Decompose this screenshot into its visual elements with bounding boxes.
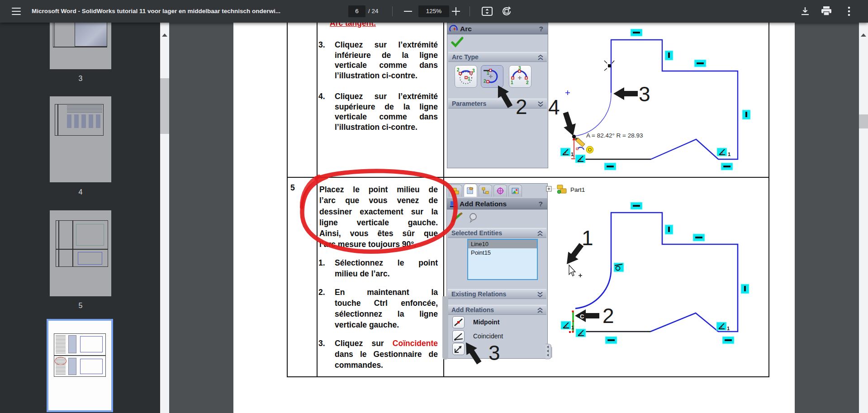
- step-line: inférieure de la ligne: [335, 50, 438, 61]
- step-line: verticale gauche.: [335, 319, 438, 330]
- toolbar-divider: [470, 6, 470, 16]
- angle-constraint-icon: [716, 322, 726, 330]
- annotation-number-1: 1: [582, 226, 593, 250]
- horizontal-constraint-icon: [631, 202, 642, 209]
- horizontal-constraint-icon: [694, 60, 706, 67]
- annotation-arrow-3: [460, 339, 484, 366]
- table-border: [768, 23, 769, 377]
- zoom-out-button[interactable]: [404, 11, 412, 12]
- step-text-red: Coïncidente: [393, 339, 438, 348]
- horizontal-constraint-icon: [605, 337, 617, 344]
- angle-constraint-icon: [576, 329, 586, 337]
- document-title: Microsoft Word - SolidWorks tutorial 11 …: [32, 0, 280, 23]
- page-count: / 24: [368, 5, 379, 17]
- pdf-toolbar: Microsoft Word - SolidWorks tutorial 11 …: [0, 0, 868, 23]
- zoom-in-button[interactable]: [452, 7, 460, 15]
- step-line: Cliquez sur l’extrémité: [335, 40, 438, 50]
- thumbnail-preview: [54, 355, 106, 356]
- step-line: commandes.: [335, 360, 438, 370]
- annotation-number-2: 2: [516, 95, 527, 119]
- thumbnail-preview: [56, 249, 108, 250]
- thumbnail-sidebar: 3 4 5: [0, 23, 160, 413]
- panel-slide-handle: [545, 344, 551, 359]
- horizontal-constraint-icon: [631, 29, 642, 36]
- thumbnail-preview: [75, 23, 107, 47]
- vertical-constraint-icon: [742, 110, 750, 119]
- coincident-cursor-badge: C: [580, 313, 584, 320]
- step-line: verticale comme dans: [335, 112, 438, 122]
- arc-measurement-text: A = 82.42° R = 28.93: [586, 132, 643, 139]
- step-line: l’illustration ci-contre.: [335, 122, 438, 133]
- thumbnail-page-4[interactable]: [50, 96, 111, 182]
- table-border: [287, 376, 769, 377]
- annotation-arrow-2: [575, 309, 599, 322]
- print-icon[interactable]: [821, 6, 832, 16]
- thumbnail-label-4: 4: [50, 188, 111, 196]
- horizontal-constraint-icon: [722, 337, 734, 344]
- sidebar-scrollbar[interactable]: [160, 23, 169, 413]
- feature-tree-item: Part1: [546, 185, 585, 194]
- mouse-pointer-icon: [569, 265, 582, 277]
- main-scrollbar-thumb[interactable]: [859, 114, 868, 128]
- vertical-constraint-icon: [741, 284, 749, 294]
- sketch-illustration-bottom: Part1 1 1 1: [443, 177, 768, 376]
- constraint-subscript: 1: [571, 152, 574, 157]
- menu-icon[interactable]: [12, 8, 21, 15]
- angle-constraint-icon: [717, 148, 727, 156]
- step-text: Cliquez sur: [335, 339, 393, 348]
- thumbnail-preview: [57, 104, 58, 136]
- thumbnail-page-5[interactable]: [50, 210, 111, 296]
- sidebar-scrollbar-thumb[interactable]: [160, 78, 169, 134]
- more-options-icon[interactable]: [846, 6, 852, 16]
- step-line: verticale comme dans: [335, 60, 438, 71]
- pdf-page: Arc tangent. 3. Cliquez sur l’extrémité …: [233, 23, 795, 413]
- thumbnail-label-3: 3: [50, 75, 111, 83]
- angle-constraint-icon: [561, 321, 571, 329]
- instruction-step: 4. Cliquez sur l’extrémité supérieure de…: [318, 91, 438, 132]
- tangent-arc-preview: [574, 93, 611, 136]
- horizontal-constraint-icon: [604, 163, 616, 170]
- scroll-up-arrow[interactable]: [162, 33, 167, 37]
- thumbnail-preview: [80, 359, 103, 374]
- thumbnail-preview: [76, 224, 104, 246]
- thumbnail-preview: [72, 220, 73, 267]
- thumbnail-preview: [68, 335, 76, 353]
- constraint-subscript: 1: [728, 152, 730, 157]
- step-line: l’illustration ci-contre.: [335, 71, 438, 81]
- scroll-up-arrow[interactable]: [861, 33, 866, 37]
- thumbnail-page-6-selected[interactable]: [47, 319, 113, 412]
- step-line: dans le Gestionnaire de: [335, 349, 438, 360]
- step-line: sélectionnez la ligne: [335, 309, 438, 319]
- thumbnail-preview: [53, 23, 55, 47]
- annotation-arrow-4: [560, 110, 579, 138]
- sketch-profile: [575, 213, 738, 332]
- thumbnail-preview: [56, 335, 66, 353]
- thumbnail-preview: [68, 358, 76, 375]
- download-icon[interactable]: [801, 7, 810, 16]
- main-scrollbar[interactable]: [859, 23, 868, 413]
- thumbnail-preview: [78, 252, 102, 265]
- instruction-step: 3. Cliquez sur l’extrémité inférieure de…: [318, 40, 438, 81]
- fit-page-icon[interactable]: [481, 7, 493, 16]
- annotation-arrow-2: [493, 82, 516, 110]
- coincident-highlight-icon: [587, 147, 593, 153]
- tangent-constraint-icon: [614, 263, 624, 272]
- thumbnail-page-3[interactable]: [50, 23, 111, 69]
- toolbar-divider: [392, 6, 393, 16]
- step-line: Cliquez sur l’extrémité: [335, 91, 438, 102]
- step-number: 3.: [318, 40, 325, 50]
- zoom-level: 125%: [418, 5, 449, 17]
- line-tool-cursor-icon: [604, 61, 614, 71]
- tree-item-label: Part1: [570, 186, 585, 193]
- rotate-icon[interactable]: [501, 6, 512, 16]
- red-heading: Arc tangent.: [330, 23, 376, 28]
- angle-constraint-icon: [575, 155, 585, 163]
- constraint-subscript: 1: [571, 325, 574, 330]
- thumbnail-label-5: 5: [50, 302, 111, 310]
- sketch-illustration-top: 1 1 A = 82.42° R = 28.93 3 4 2: [443, 23, 768, 177]
- horizontal-constraint-icon: [721, 163, 733, 170]
- step-number: 2.: [318, 287, 325, 298]
- annotation-number-3: 3: [489, 341, 500, 365]
- horizontal-constraint-icon: [693, 234, 705, 241]
- page-number-input[interactable]: 6: [348, 5, 365, 17]
